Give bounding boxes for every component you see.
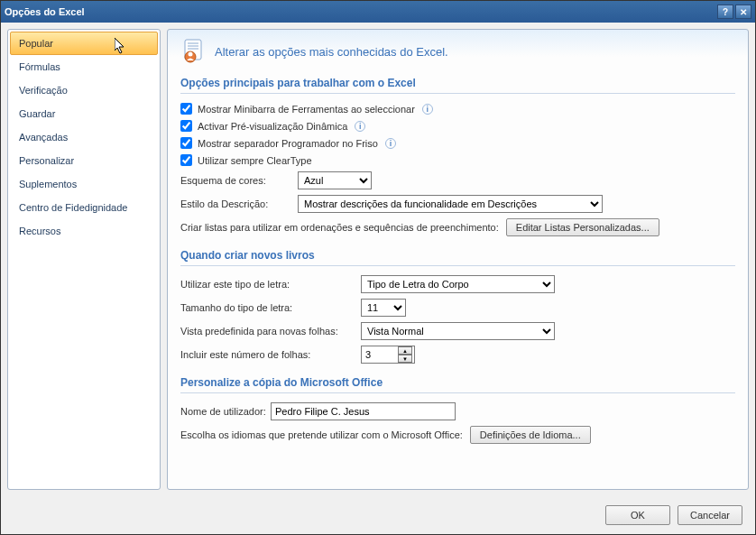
spinner-sheet-count[interactable]: ▲ ▼ [361,346,415,364]
sidebar-label: Avançadas [19,132,68,143]
row-language: Escolha os idiomas que pretende utilizar… [180,426,735,444]
select-font[interactable]: Tipo de Letra do Corpo [361,275,555,293]
spinner-up[interactable]: ▲ [398,346,412,355]
dialog-footer: OK Cancelar [1,496,755,534]
button-edit-lists[interactable]: Editar Listas Personalizadas... [506,218,659,236]
checkbox-label: Utilizar sempre ClearType [198,155,312,166]
option-minibar: Mostrar Minibarra de Ferramentas ao sele… [180,103,735,115]
label-username: Nome de utilizador: [180,406,271,417]
label-language: Escolha os idiomas que pretende utilizar… [180,429,463,440]
select-font-size[interactable]: 11 [361,299,406,317]
section-title: Quando criar novos livros [180,249,735,266]
section-new-workbooks: Quando criar novos livros Utilizar este … [180,249,735,364]
label-font-size: Tamanho do tipo de letra: [180,302,361,313]
select-default-view[interactable]: Vista Normal [361,322,555,340]
section-title: Opções principais para trabalhar com o E… [180,77,735,94]
input-username[interactable] [271,402,456,420]
checkbox-label: Activar Pré-visualização Dinâmica [198,121,347,132]
sidebar-label: Personalizar [19,155,74,166]
checkbox-live-preview[interactable] [180,120,192,132]
spinner-input[interactable] [362,346,398,363]
sidebar-item-formulas[interactable]: Fórmulas [10,55,158,78]
titlebar-buttons: ? ✕ [717,5,751,19]
option-live-preview: Activar Pré-visualização Dinâmica i [180,120,735,132]
category-sidebar: Popular Fórmulas Verificação Guardar Ava… [7,29,161,490]
select-tooltip-style[interactable]: Mostrar descrições da funcionalidade em … [298,195,603,213]
section-personalize: Personalize a cópia do Microsoft Office … [180,376,735,444]
sidebar-item-advanced[interactable]: Avançadas [10,125,158,149]
section-main-options: Opções principais para trabalhar com o E… [180,77,735,236]
label-tooltip-style: Estilo da Descrição: [180,198,298,209]
sidebar-label: Suplementos [19,179,77,189]
row-custom-lists: Criar listas para utilizar em ordenações… [180,218,735,236]
excel-options-window: Opções do Excel ? ✕ Popular Fórmulas Ver… [0,0,756,535]
select-color-scheme[interactable]: Azul [298,171,372,189]
spinner-buttons: ▲ ▼ [398,346,412,363]
help-button[interactable]: ? [717,5,733,19]
option-developer-tab: Mostrar separador Programador no Friso i [180,137,735,149]
checkbox-label: Mostrar Minibarra de Ferramentas ao sele… [198,104,415,115]
dialog-body: Popular Fórmulas Verificação Guardar Ava… [1,23,755,496]
checkbox-cleartype[interactable] [180,154,192,166]
svg-point-5 [189,52,193,57]
sidebar-label: Popular [19,38,53,49]
option-cleartype: Utilizar sempre ClearType [180,154,735,166]
sidebar-item-save[interactable]: Guardar [10,102,158,125]
row-font-size: Tamanho do tipo de letra: 11 [180,299,735,317]
cancel-button[interactable]: Cancelar [678,505,742,525]
ok-button[interactable]: OK [605,505,670,525]
label-color-scheme: Esquema de cores: [180,175,298,186]
sidebar-item-proofing[interactable]: Verificação [10,78,158,102]
sidebar-label: Guardar [19,108,55,119]
checkbox-developer-tab[interactable] [180,137,192,149]
sidebar-label: Fórmulas [19,61,60,72]
section-title: Personalize a cópia do Microsoft Office [180,376,735,393]
label-custom-lists: Criar listas para utilizar em ordenações… [180,222,499,233]
spinner-down[interactable]: ▼ [398,355,412,363]
sidebar-item-resources[interactable]: Recursos [10,219,158,243]
row-tooltip-style: Estilo da Descrição: Mostrar descrições … [180,195,735,213]
cursor-icon [115,38,129,56]
info-icon[interactable]: i [422,104,433,115]
window-title: Opções do Excel [5,6,717,17]
options-icon [182,39,207,64]
sidebar-item-trust-center[interactable]: Centro de Fidedignidade [10,196,158,219]
info-icon[interactable]: i [355,121,365,132]
sidebar-label: Recursos [19,226,60,236]
button-language-settings[interactable]: Definições de Idioma... [470,426,591,444]
checkbox-minibar[interactable] [180,103,192,115]
titlebar: Opções do Excel ? ✕ [1,1,755,23]
sidebar-item-customize[interactable]: Personalizar [10,149,158,172]
row-username: Nome de utilizador: [180,402,735,420]
sidebar-label: Centro de Fidedignidade [19,202,127,213]
sidebar-item-addins[interactable]: Suplementos [10,172,158,196]
row-sheet-count: Incluir este número de folhas: ▲ ▼ [180,346,735,364]
label-font: Utilizar este tipo de letra: [180,279,361,290]
row-default-view: Vista predefinida para novas folhas: Vis… [180,322,735,340]
row-font: Utilizar este tipo de letra: Tipo de Let… [180,275,735,293]
sidebar-item-popular[interactable]: Popular [10,32,158,55]
content-pane: Alterar as opções mais conhecidas do Exc… [167,29,749,490]
row-color-scheme: Esquema de cores: Azul [180,171,735,189]
page-heading-text: Alterar as opções mais conhecidas do Exc… [215,45,448,59]
close-button[interactable]: ✕ [735,5,751,19]
checkbox-label: Mostrar separador Programador no Friso [198,138,378,149]
info-icon[interactable]: i [385,138,396,149]
label-sheet-count: Incluir este número de folhas: [180,349,361,360]
page-heading: Alterar as opções mais conhecidas do Exc… [180,39,735,64]
sidebar-label: Verificação [19,85,68,96]
label-default-view: Vista predefinida para novas folhas: [180,326,361,337]
